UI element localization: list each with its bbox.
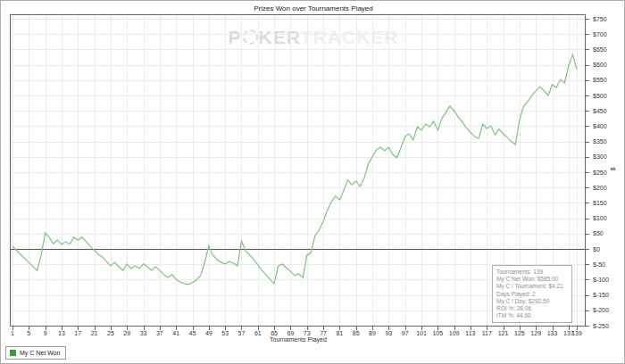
y-tick-label: $50 bbox=[593, 229, 604, 237]
legend-label: My C Net Won bbox=[20, 349, 60, 357]
chart-window: Prizes Won over Tournaments Played PKERT… bbox=[0, 0, 625, 364]
chart-title: Prizes Won over Tournaments Played bbox=[1, 4, 625, 12]
y-tick-label: $150 bbox=[593, 199, 607, 207]
y-tick-label: $300 bbox=[593, 153, 607, 161]
y-tick-label: $500 bbox=[593, 92, 607, 100]
stats-line: Days Played: 2 bbox=[496, 291, 568, 298]
stats-line: Tournaments: 139 bbox=[496, 269, 568, 276]
stats-line: ROI %: 28.06 bbox=[496, 305, 568, 312]
y-tick-label: $-200 bbox=[593, 306, 609, 314]
y-tick-label: $-100 bbox=[593, 276, 609, 284]
y-tick-label: $200 bbox=[593, 184, 607, 192]
legend-swatch bbox=[10, 350, 16, 356]
y-axis-title: $ bbox=[610, 168, 616, 171]
stats-line: My C / Day: $292.50 bbox=[496, 298, 568, 305]
legend-box: My C Net Won bbox=[5, 346, 66, 360]
y-tick-label: $0 bbox=[593, 245, 600, 253]
y-tick-label: $250 bbox=[593, 169, 607, 177]
stats-line: My C Net Won: $585.00 bbox=[496, 276, 568, 283]
y-tick-label: $-250 bbox=[593, 322, 609, 330]
x-axis-title: Tournaments Played bbox=[10, 336, 587, 343]
stats-box: Tournaments: 139My C Net Won: $585.00My … bbox=[492, 265, 572, 323]
y-tick-label: $100 bbox=[593, 214, 607, 222]
stats-line: My C / Tournament: $4.21 bbox=[496, 283, 568, 290]
y-tick-label: $550 bbox=[593, 76, 607, 84]
y-tick-label: $350 bbox=[593, 137, 607, 145]
y-tick-label: $450 bbox=[593, 107, 607, 115]
y-tick-label: $-50 bbox=[593, 261, 605, 269]
data-line-my-c-net-won bbox=[12, 54, 577, 285]
y-tick-label: $-150 bbox=[593, 291, 609, 299]
y-tick-label: $700 bbox=[593, 30, 607, 38]
y-tick-label: $750 bbox=[593, 15, 607, 23]
y-tick-label: $600 bbox=[593, 61, 607, 69]
y-tick-label: $650 bbox=[593, 46, 607, 54]
y-tick-label: $400 bbox=[593, 122, 607, 130]
stats-line: ITM %: 44.60 bbox=[496, 312, 568, 319]
